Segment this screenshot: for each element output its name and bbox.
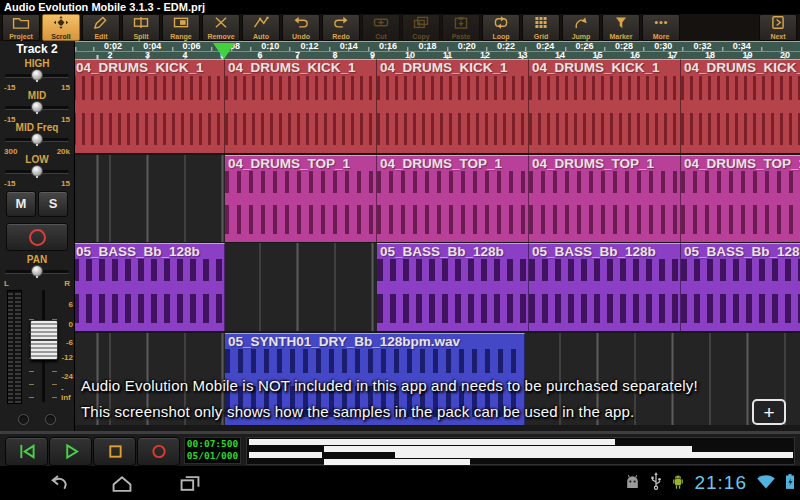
audio-clip-drums-top[interactable]: 04_DRUMS_TOP_1 bbox=[681, 155, 800, 242]
system-tray: 21:16 bbox=[624, 470, 795, 496]
usb-icon bbox=[650, 472, 662, 494]
loop-icon bbox=[492, 15, 510, 33]
back-button[interactable] bbox=[44, 474, 72, 493]
waveform bbox=[377, 171, 528, 193]
toolbar-button-cut: Cut bbox=[362, 14, 400, 41]
panel-indicators bbox=[0, 414, 74, 425]
fader-area: 60-6-12-24-inf bbox=[0, 288, 74, 406]
time-display-bars: 05/01/000 bbox=[185, 450, 240, 462]
fader-scale: 60-6-12-24-inf bbox=[61, 288, 74, 404]
more-icon bbox=[652, 15, 670, 33]
waveform bbox=[681, 259, 800, 282]
overview-segment-bass bbox=[395, 452, 793, 458]
fader-handle[interactable] bbox=[30, 320, 58, 360]
overview-segment-drums-kick bbox=[249, 439, 615, 445]
ruler-time-label: 0:10 bbox=[261, 42, 279, 51]
wifi-icon bbox=[756, 474, 776, 493]
toolbar-button-undo[interactable]: Undo bbox=[282, 14, 320, 41]
marker-icon bbox=[612, 15, 630, 33]
waveform bbox=[75, 76, 224, 100]
ruler-time-label: 0:26 bbox=[576, 42, 594, 51]
stop-button[interactable] bbox=[93, 437, 136, 466]
disclaimer-line-2: This screenshot only shows how the sampl… bbox=[81, 403, 634, 420]
audio-clip-drums-top[interactable]: 04_DRUMS_TOP_1 bbox=[225, 155, 377, 242]
waveform bbox=[225, 171, 376, 193]
toolbar-button-grid[interactable]: Grid bbox=[522, 14, 560, 41]
clip-label: 04_DRUMS_KICK_1 bbox=[380, 60, 508, 75]
pan-slider: PANLR bbox=[0, 254, 74, 286]
audio-clip-drums-kick[interactable]: 04_DRUMS_KICK_1 bbox=[377, 59, 529, 153]
toolbar-button-more[interactable]: More bbox=[642, 14, 680, 41]
waveform bbox=[75, 113, 224, 145]
audio-clip-bass[interactable]: 05_BASS_Bb_128b bbox=[529, 243, 681, 331]
copy-icon bbox=[412, 15, 430, 33]
clock: 21:16 bbox=[694, 470, 747, 496]
record-button[interactable] bbox=[137, 437, 180, 466]
waveform bbox=[377, 113, 528, 145]
play-from-start-button[interactable] bbox=[5, 437, 48, 466]
time-display-clock: 00:07:500 bbox=[185, 438, 240, 450]
audio-clip-drums-kick[interactable]: 04_DRUMS_KICK_1 bbox=[225, 59, 377, 153]
track-name: Track 2 bbox=[0, 41, 74, 58]
app-screen: Audio Evolution Mobile 3.1.3 - EDM.prj P… bbox=[0, 0, 800, 500]
audio-clip-bass[interactable]: 05_BASS_Bb_128b bbox=[377, 243, 529, 331]
volume-fader[interactable] bbox=[27, 288, 59, 404]
ruler-time-label: 0:20 bbox=[458, 42, 476, 51]
toolbar-button-auto[interactable]: Auto bbox=[242, 14, 280, 41]
audio-clip-bass[interactable]: 05_BASS_Bb_128b bbox=[681, 243, 800, 331]
time-display: 00:07:500 05/01/000 bbox=[184, 437, 241, 464]
record-circle-icon bbox=[29, 229, 46, 246]
clip-label: 05_BASS_Bb_128b bbox=[684, 244, 800, 259]
toolbar-button-edit[interactable]: Edit bbox=[82, 14, 120, 41]
audio-clip-drums-kick[interactable]: 04_DRUMS_KICK_1 bbox=[681, 59, 800, 153]
home-button[interactable] bbox=[108, 474, 136, 493]
toolbar-button-copy: Copy bbox=[402, 14, 440, 41]
arm-record-button[interactable] bbox=[6, 223, 68, 251]
toolbar-button-remove[interactable]: Remove bbox=[202, 14, 240, 41]
transport-bar: 00:07:500 05/01/000 bbox=[0, 431, 800, 466]
solo-button[interactable]: S bbox=[38, 191, 68, 217]
audio-clip-drums-top[interactable]: 04_DRUMS_TOP_1 bbox=[377, 155, 529, 242]
folder-icon bbox=[12, 15, 30, 33]
toolbar-button-redo[interactable]: Redo bbox=[322, 14, 360, 41]
ruler-time-label: 0:22 bbox=[497, 42, 515, 51]
time-ruler[interactable]: 0:020:040:060:080:100:120:140:160:180:20… bbox=[75, 41, 800, 59]
toolbar-button-marker[interactable]: Marker bbox=[602, 14, 640, 41]
track-control-panel: Track 2 HIGH-1515MID-1515MID Freq30020kL… bbox=[0, 41, 75, 431]
playhead-marker[interactable] bbox=[213, 43, 235, 59]
recents-button[interactable] bbox=[176, 474, 204, 493]
toolbar-button-loop[interactable]: Loop bbox=[482, 14, 520, 41]
waveform bbox=[75, 259, 224, 282]
window-title: Audio Evolution Mobile 3.1.3 - EDM.prj bbox=[0, 0, 800, 14]
pan: PANLR bbox=[0, 254, 74, 286]
waveform bbox=[681, 294, 800, 324]
audio-clip-drums-kick[interactable]: 04_DRUMS_KICK_1 bbox=[529, 59, 681, 153]
clip-label: 05_BASS_Bb_128b bbox=[532, 244, 656, 259]
play-button[interactable] bbox=[49, 437, 92, 466]
clip-label: 04_DRUMS_TOP_1 bbox=[684, 156, 800, 171]
track-arrange-area: 05_SYNTH01_DRY_Bb_128bpm.wav05_BASS_Bb_1… bbox=[75, 59, 800, 431]
arrangement-overview[interactable] bbox=[246, 437, 795, 465]
audio-clip-drums-kick[interactable]: 04_DRUMS_KICK_1 bbox=[75, 59, 225, 153]
ruler-time-label: 0:12 bbox=[300, 42, 318, 51]
vu-meter bbox=[7, 290, 22, 404]
toolbar-button-split[interactable]: Split bbox=[122, 14, 160, 41]
track-row-drums-kick: 04_DRUMS_KICK_104_DRUMS_KICK_104_DRUMS_K… bbox=[75, 59, 800, 153]
add-button[interactable]: + bbox=[752, 399, 786, 425]
audio-clip-drums-top[interactable]: 04_DRUMS_TOP_1 bbox=[529, 155, 681, 242]
audio-clip-bass[interactable]: 05_BASS_Bb_128b bbox=[75, 243, 225, 331]
toolbar-button-project[interactable]: Project bbox=[2, 14, 40, 41]
scroll-icon bbox=[52, 15, 70, 33]
waveform bbox=[681, 76, 800, 100]
mute-button[interactable]: M bbox=[6, 191, 36, 217]
waveform bbox=[529, 294, 680, 324]
clip-label: 04_DRUMS_TOP_1 bbox=[532, 156, 654, 171]
waveform bbox=[681, 171, 800, 193]
waveform bbox=[75, 294, 224, 324]
toolbar-button-scroll[interactable]: Scroll bbox=[42, 14, 80, 41]
toolbar-button-jump[interactable]: Jump bbox=[562, 14, 600, 41]
clip-label: 04_DRUMS_KICK_1 bbox=[532, 60, 660, 75]
paste-icon bbox=[452, 15, 470, 33]
toolbar-button-next[interactable]: Next bbox=[759, 14, 797, 41]
toolbar-button-range[interactable]: Range bbox=[162, 14, 200, 41]
